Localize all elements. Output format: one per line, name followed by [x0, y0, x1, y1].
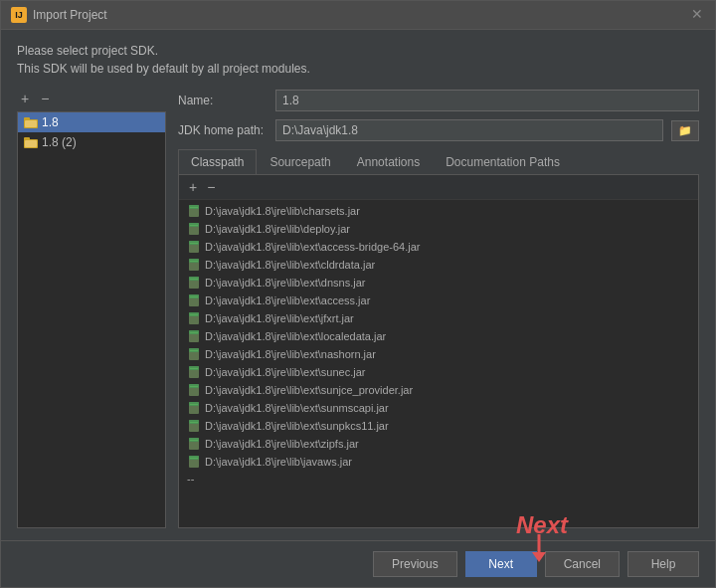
tab-sourcepath[interactable]: Sourcepath [257, 149, 343, 174]
svg-rect-5 [25, 140, 37, 147]
previous-button[interactable]: Previous [373, 551, 457, 577]
title-bar-left: IJ Import Project [11, 7, 107, 23]
svg-rect-41 [190, 404, 198, 405]
list-item: D:\java\jdk1.8\jre\lib\deploy.jar [179, 220, 698, 238]
list-item: D:\java\jdk1.8\jre\lib\ext\zipfs.jar [179, 435, 698, 453]
list-item: D:\java\jdk1.8\jre\lib\ext\sunjce_provid… [179, 381, 698, 399]
tab-classpath[interactable]: Classpath [178, 149, 257, 174]
list-item: D:\java\jdk1.8\jre\lib\ext\cldrdata.jar [179, 256, 698, 274]
import-project-dialog: IJ Import Project ✕ Please select projec… [0, 0, 716, 588]
list-item: D:\java\jdk1.8\jre\lib\ext\sunpkcs11.jar [179, 417, 698, 435]
jar-icon [187, 365, 201, 379]
title-bar: IJ Import Project ✕ [1, 1, 715, 30]
svg-rect-11 [190, 225, 198, 226]
list-item: D:\java\jdk1.8\jre\lib\ext\access-bridge… [179, 238, 698, 256]
jar-icon [187, 329, 201, 343]
svg-rect-4 [24, 137, 30, 140]
jar-icon [187, 311, 201, 325]
jdk-path-label: JDK home path: [178, 123, 268, 137]
sdk-item-2[interactable]: 1.8 (2) [18, 132, 165, 152]
tab-annotations[interactable]: Annotations [344, 149, 433, 174]
list-item: D:\java\jdk1.8\jre\lib\ext\sunec.jar [179, 363, 698, 381]
jar-icon [187, 419, 201, 433]
sdk-list: 1.8 1.8 (2) [17, 111, 166, 528]
dialog-body: Please select project SDK. This SDK will… [1, 30, 715, 540]
jar-icon [187, 204, 201, 218]
jar-icon [187, 383, 201, 397]
intro-text: Please select project SDK. This SDK will… [17, 42, 699, 78]
svg-rect-17 [190, 261, 198, 262]
cancel-button[interactable]: Cancel [545, 551, 620, 577]
list-item: D:\java\jdk1.8\jre\lib\ext\jfxrt.jar [179, 309, 698, 327]
name-label: Name: [178, 94, 268, 107]
file-list: D:\java\jdk1.8\jre\lib\charsets.jar D:\j… [179, 200, 698, 527]
app-icon: IJ [11, 7, 27, 23]
list-item: D:\java\jdk1.8\jre\lib\ext\sunmscapi.jar [179, 399, 698, 417]
tab-documentation-paths[interactable]: Documentation Paths [433, 149, 573, 174]
jar-icon [187, 276, 201, 290]
intro-line1: Please select project SDK. [17, 42, 699, 60]
jar-icon [187, 258, 201, 272]
jar-icon [187, 240, 201, 254]
help-button[interactable]: Help [627, 551, 699, 577]
remove-sdk-button[interactable]: − [37, 90, 53, 107]
right-panel: Name: JDK home path: 📁 Classpath Sourcep… [178, 90, 699, 528]
svg-rect-26 [190, 314, 198, 315]
tab-content: + − D:\java\jdk1.8\jre\lib\charsets.jar … [178, 175, 699, 528]
browse-button[interactable]: 📁 [671, 120, 699, 141]
list-item: D:\java\jdk1.8\jre\lib\ext\access.jar [179, 292, 698, 309]
jar-icon [187, 437, 201, 451]
left-panel: + − 1.8 [17, 90, 166, 528]
jar-icon [187, 347, 201, 361]
svg-rect-20 [190, 279, 198, 280]
svg-rect-14 [190, 243, 198, 244]
sdk-label-2: 1.8 (2) [42, 135, 77, 149]
path-row: JDK home path: 📁 [178, 119, 699, 141]
list-item: D:\java\jdk1.8\jre\lib\charsets.jar [179, 202, 698, 220]
name-row: Name: [178, 90, 699, 111]
svg-rect-44 [190, 422, 198, 423]
svg-rect-32 [190, 350, 198, 351]
svg-rect-1 [24, 117, 30, 120]
jar-icon [187, 455, 201, 469]
svg-rect-38 [190, 386, 198, 387]
content-area: + − 1.8 [17, 90, 699, 528]
jar-icon [187, 401, 201, 415]
svg-rect-2 [25, 120, 37, 127]
sdk-item-1[interactable]: 1.8 [18, 112, 165, 132]
svg-rect-23 [190, 296, 198, 297]
folder-icon [24, 116, 38, 128]
add-file-button[interactable]: + [185, 178, 201, 196]
svg-rect-8 [190, 207, 198, 208]
close-button[interactable]: ✕ [689, 7, 705, 23]
add-sdk-button[interactable]: + [17, 90, 33, 107]
left-toolbar: + − [17, 90, 166, 107]
list-item: D:\java\jdk1.8\jre\lib\javaws.jar [179, 453, 698, 471]
jar-icon [187, 294, 201, 307]
list-item: D:\java\jdk1.8\jre\lib\ext\localedata.ja… [179, 327, 698, 345]
jdk-path-input[interactable] [275, 119, 663, 141]
name-input[interactable] [275, 90, 699, 111]
svg-rect-47 [190, 440, 198, 441]
folder-icon-2 [24, 136, 38, 148]
list-item: D:\java\jdk1.8\jre\lib\ext\nashorn.jar [179, 345, 698, 363]
jar-icon [187, 222, 201, 236]
tabs: Classpath Sourcepath Annotations Documen… [178, 149, 699, 175]
dialog-title: Import Project [33, 8, 107, 22]
svg-rect-35 [190, 368, 198, 369]
next-button[interactable]: Next [465, 551, 537, 577]
list-item: D:\java\jdk1.8\jre\lib\ext\dnsns.jar [179, 274, 698, 292]
list-toolbar: + − [179, 175, 698, 200]
svg-rect-29 [190, 332, 198, 333]
sdk-label-1: 1.8 [42, 115, 59, 129]
intro-line2: This SDK will be used by default by all … [17, 60, 699, 78]
dialog-footer: Next Previous Next Cancel Help [1, 540, 715, 587]
list-item: -- [179, 471, 698, 487]
svg-rect-50 [190, 458, 198, 459]
remove-file-button[interactable]: − [203, 178, 219, 196]
